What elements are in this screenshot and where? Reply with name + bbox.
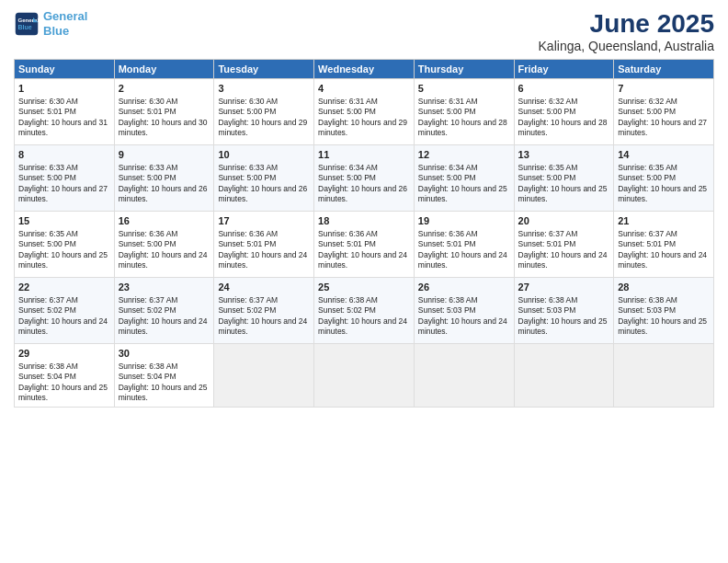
calendar-cell: 14Sunrise: 6:35 AMSunset: 5:00 PMDayligh… xyxy=(614,145,714,212)
header: General Blue General Blue June 2025 Kali… xyxy=(14,9,714,53)
calendar-cell: 19Sunrise: 6:36 AMSunset: 5:01 PMDayligh… xyxy=(414,212,514,278)
calendar-cell xyxy=(314,344,415,408)
col-wednesday: Wednesday xyxy=(314,60,415,79)
calendar-cell: 18Sunrise: 6:36 AMSunset: 5:01 PMDayligh… xyxy=(314,212,415,278)
calendar-page: General Blue General Blue June 2025 Kali… xyxy=(0,0,728,563)
calendar-cell: 16Sunrise: 6:36 AMSunset: 5:00 PMDayligh… xyxy=(114,212,214,278)
calendar-cell xyxy=(414,344,514,408)
calendar-cell: 21Sunrise: 6:37 AMSunset: 5:01 PMDayligh… xyxy=(614,212,714,278)
col-tuesday: Tuesday xyxy=(214,60,314,79)
calendar-cell: 10Sunrise: 6:33 AMSunset: 5:00 PMDayligh… xyxy=(214,145,314,212)
calendar-cell: 11Sunrise: 6:34 AMSunset: 5:00 PMDayligh… xyxy=(314,145,415,212)
col-friday: Friday xyxy=(514,60,614,79)
calendar-cell: 26Sunrise: 6:38 AMSunset: 5:03 PMDayligh… xyxy=(414,278,514,344)
logo: General Blue General Blue xyxy=(14,9,87,38)
calendar-cell: 22Sunrise: 6:37 AMSunset: 5:02 PMDayligh… xyxy=(15,278,115,344)
calendar-cell: 7Sunrise: 6:32 AMSunset: 5:00 PMDaylight… xyxy=(614,79,714,145)
calendar-cell: 4Sunrise: 6:31 AMSunset: 5:00 PMDaylight… xyxy=(314,79,415,145)
calendar-cell: 1Sunrise: 6:30 AMSunset: 5:01 PMDaylight… xyxy=(15,79,115,145)
week-row-5: 29Sunrise: 6:38 AMSunset: 5:04 PMDayligh… xyxy=(15,344,714,408)
calendar-cell: 29Sunrise: 6:38 AMSunset: 5:04 PMDayligh… xyxy=(15,344,115,408)
calendar-cell: 28Sunrise: 6:38 AMSunset: 5:03 PMDayligh… xyxy=(614,278,714,344)
title-block: June 2025 Kalinga, Queensland, Australia xyxy=(539,9,714,53)
header-row: Sunday Monday Tuesday Wednesday Thursday… xyxy=(15,60,714,79)
week-row-4: 22Sunrise: 6:37 AMSunset: 5:02 PMDayligh… xyxy=(15,278,714,344)
calendar-cell: 3Sunrise: 6:30 AMSunset: 5:00 PMDaylight… xyxy=(214,79,314,145)
calendar-cell: 24Sunrise: 6:37 AMSunset: 5:02 PMDayligh… xyxy=(214,278,314,344)
calendar-cell: 6Sunrise: 6:32 AMSunset: 5:00 PMDaylight… xyxy=(514,79,614,145)
calendar-cell: 15Sunrise: 6:35 AMSunset: 5:00 PMDayligh… xyxy=(15,212,115,278)
col-thursday: Thursday xyxy=(414,60,514,79)
calendar-cell xyxy=(514,344,614,408)
calendar-cell: 5Sunrise: 6:31 AMSunset: 5:00 PMDaylight… xyxy=(414,79,514,145)
week-row-1: 1Sunrise: 6:30 AMSunset: 5:01 PMDaylight… xyxy=(15,79,714,145)
calendar-table: Sunday Monday Tuesday Wednesday Thursday… xyxy=(14,59,714,408)
logo-icon: General Blue xyxy=(14,11,40,37)
calendar-cell: 9Sunrise: 6:33 AMSunset: 5:00 PMDaylight… xyxy=(114,145,214,212)
calendar-cell xyxy=(214,344,314,408)
main-title: June 2025 xyxy=(539,9,714,39)
calendar-cell: 23Sunrise: 6:37 AMSunset: 5:02 PMDayligh… xyxy=(114,278,214,344)
svg-text:Blue: Blue xyxy=(17,24,31,30)
calendar-cell: 8Sunrise: 6:33 AMSunset: 5:00 PMDaylight… xyxy=(15,145,115,212)
logo-text: General Blue xyxy=(43,9,87,38)
col-monday: Monday xyxy=(114,60,214,79)
calendar-cell: 2Sunrise: 6:30 AMSunset: 5:01 PMDaylight… xyxy=(114,79,214,145)
col-saturday: Saturday xyxy=(614,60,714,79)
calendar-cell: 20Sunrise: 6:37 AMSunset: 5:01 PMDayligh… xyxy=(514,212,614,278)
subtitle: Kalinga, Queensland, Australia xyxy=(539,39,714,53)
calendar-cell xyxy=(614,344,714,408)
calendar-cell: 13Sunrise: 6:35 AMSunset: 5:00 PMDayligh… xyxy=(514,145,614,212)
calendar-cell: 27Sunrise: 6:38 AMSunset: 5:03 PMDayligh… xyxy=(514,278,614,344)
calendar-cell: 12Sunrise: 6:34 AMSunset: 5:00 PMDayligh… xyxy=(414,145,514,212)
calendar-cell: 30Sunrise: 6:38 AMSunset: 5:04 PMDayligh… xyxy=(114,344,214,408)
week-row-3: 15Sunrise: 6:35 AMSunset: 5:00 PMDayligh… xyxy=(15,212,714,278)
col-sunday: Sunday xyxy=(15,60,115,79)
calendar-cell: 17Sunrise: 6:36 AMSunset: 5:01 PMDayligh… xyxy=(214,212,314,278)
week-row-2: 8Sunrise: 6:33 AMSunset: 5:00 PMDaylight… xyxy=(15,145,714,212)
calendar-cell: 25Sunrise: 6:38 AMSunset: 5:02 PMDayligh… xyxy=(314,278,415,344)
